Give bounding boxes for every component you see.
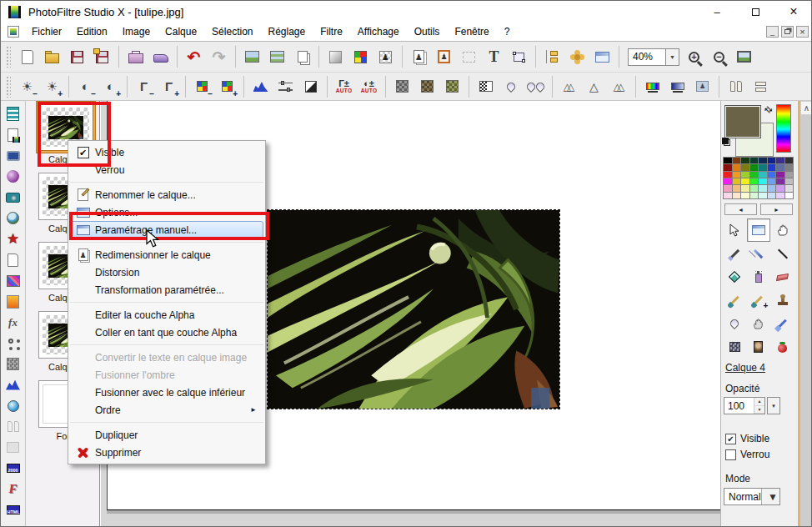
context-menu-item-supprimer[interactable]: Supprimer: [70, 444, 263, 461]
verrou-checkbox[interactable]: Verrou: [725, 449, 769, 460]
mosaic-icon[interactable]: [4, 355, 23, 373]
module-window-icon[interactable]: [591, 45, 614, 68]
mosaic-gray-icon[interactable]: [391, 75, 414, 98]
paste-as-image-icon[interactable]: [241, 45, 263, 68]
histogram-icon[interactable]: [4, 376, 23, 394]
palette-color-30[interactable]: [776, 178, 784, 184]
sphere-blue-icon[interactable]: [4, 397, 23, 414]
frame-disabled-icon[interactable]: [4, 439, 23, 456]
scroll-up-icon[interactable]: ∧: [800, 101, 812, 115]
palette-color-5[interactable]: [768, 158, 776, 163]
maximize-button[interactable]: [736, 1, 774, 23]
mdi-restore-button[interactable]: [781, 26, 794, 38]
fx-icon[interactable]: fx: [4, 314, 23, 331]
zoom-out-icon[interactable]: −: [708, 45, 730, 68]
copies-disabled-icon[interactable]: [4, 418, 23, 435]
toolbar-gripper[interactable]: [6, 46, 11, 68]
palette-color-26[interactable]: [741, 178, 749, 184]
retouch-tool[interactable]: [770, 312, 794, 335]
palette-next-button[interactable]: ►: [760, 203, 793, 215]
palette-color-9[interactable]: [733, 164, 741, 170]
relief-icon[interactable]: △: [583, 75, 605, 98]
camera-icon[interactable]: [4, 188, 23, 206]
blank-page-icon[interactable]: [4, 251, 23, 269]
photomask-icon[interactable]: [474, 75, 497, 98]
calculator-icon[interactable]: [4, 105, 23, 123]
context-menu-item-distorsion[interactable]: Distorsion: [70, 264, 263, 281]
menu-outils[interactable]: Outils: [407, 23, 448, 40]
chevron-down-icon[interactable]: ▼: [666, 48, 679, 66]
layers-manager-tool[interactable]: [747, 218, 771, 242]
palette-color-42[interactable]: [741, 193, 749, 198]
menu-selection[interactable]: Sélection: [204, 23, 260, 40]
palette-color-14[interactable]: [776, 164, 784, 170]
scan-icon[interactable]: [149, 45, 172, 68]
automation-icon[interactable]: [4, 126, 23, 143]
palette-color-44[interactable]: [759, 193, 767, 198]
redo-icon[interactable]: ↷: [208, 45, 230, 68]
palette-color-37[interactable]: [768, 185, 776, 191]
context-menu-item-ordre[interactable]: Ordre►: [70, 401, 263, 419]
eraser-tool[interactable]: [770, 265, 794, 289]
chevron-down-icon[interactable]: ▼: [761, 489, 779, 504]
histogram-icon[interactable]: [249, 75, 272, 98]
contrast-plus-icon[interactable]: ◐+: [99, 75, 122, 98]
pipette-tool[interactable]: [723, 242, 747, 265]
advanced-brush-tool[interactable]: +: [747, 289, 771, 312]
palette-color-40[interactable]: [724, 193, 732, 198]
zoom-value[interactable]: 40%: [628, 48, 666, 66]
context-menu-item-redimensionner-le-calque[interactable]: ♟Redimensionner le calque: [70, 246, 263, 264]
copy-page-icon[interactable]: [291, 45, 313, 68]
palette-color-12[interactable]: [759, 164, 767, 170]
blank-pattern-icon[interactable]: [324, 45, 347, 68]
auto-levels-icon[interactable]: Γ±AUTO: [333, 75, 355, 98]
magic-wand-tool[interactable]: [747, 242, 771, 265]
sharpen-icon[interactable]: △△: [558, 75, 580, 98]
mosaic-sepia-icon[interactable]: [416, 75, 439, 98]
gradient-icon[interactable]: [4, 293, 23, 310]
print-icon[interactable]: [124, 45, 147, 68]
saturation-minus-icon[interactable]: −: [191, 75, 213, 98]
opacity-spinner[interactable]: 100 ▲▼: [724, 397, 765, 414]
menu-help[interactable]: ?: [497, 23, 518, 40]
negative-icon[interactable]: [299, 75, 322, 98]
artistic-tool[interactable]: [747, 335, 771, 359]
palette-color-18[interactable]: [741, 172, 749, 178]
palette-color-21[interactable]: [768, 172, 776, 178]
mode-select[interactable]: Normal ▼: [724, 488, 780, 505]
save-html-icon[interactable]: HTML: [4, 501, 23, 519]
save-2000-icon[interactable]: 2000: [4, 459, 23, 477]
gamma-minus-icon[interactable]: Γ−: [133, 75, 155, 98]
saturation-plus-icon[interactable]: +: [216, 75, 238, 98]
foreground-color-swatch[interactable]: [724, 105, 761, 138]
context-menu-item-dupliquer[interactable]: Dupliquer: [70, 426, 263, 444]
mdi-close-button[interactable]: ×: [796, 26, 809, 38]
blur-icon[interactable]: [499, 75, 522, 98]
tulip-photo-layer[interactable]: [267, 209, 560, 409]
zoom-level-combo[interactable]: 40%▼: [628, 48, 679, 66]
mirror-horizontal-icon[interactable]: [724, 75, 747, 98]
auto-contrast-icon[interactable]: ◐±AUTO: [358, 75, 380, 98]
menu-reglage[interactable]: Réglage: [260, 23, 313, 40]
palette-color-8[interactable]: [724, 164, 732, 170]
panel-scrollbar[interactable]: ∧: [798, 101, 812, 527]
palette-color-35[interactable]: [750, 185, 759, 191]
palette-color-13[interactable]: [768, 164, 776, 170]
palette-color-17[interactable]: [733, 172, 741, 178]
sphere-purple-icon[interactable]: [4, 168, 23, 185]
context-menu-item-renommer-le-calque[interactable]: Renommer le calque...: [70, 186, 263, 203]
palette-color-15[interactable]: [785, 164, 794, 170]
gradient-rainbow-icon[interactable]: [641, 75, 664, 98]
line-tool[interactable]: [770, 242, 794, 265]
palette-color-47[interactable]: [785, 193, 794, 198]
path-selection-icon[interactable]: [508, 45, 530, 68]
menu-filtre[interactable]: Filtre: [313, 23, 350, 40]
visible-checkbox[interactable]: ✔ Visible: [725, 433, 769, 444]
save-as-icon[interactable]: [91, 45, 113, 68]
palette-color-41[interactable]: [733, 193, 741, 198]
zoom-fit-icon[interactable]: [733, 45, 755, 68]
palette-color-16[interactable]: [724, 172, 732, 178]
palette-color-25[interactable]: [733, 178, 741, 184]
menu-fichier[interactable]: Fichier: [24, 23, 69, 40]
transparent-color-icon[interactable]: ♟: [374, 45, 397, 68]
